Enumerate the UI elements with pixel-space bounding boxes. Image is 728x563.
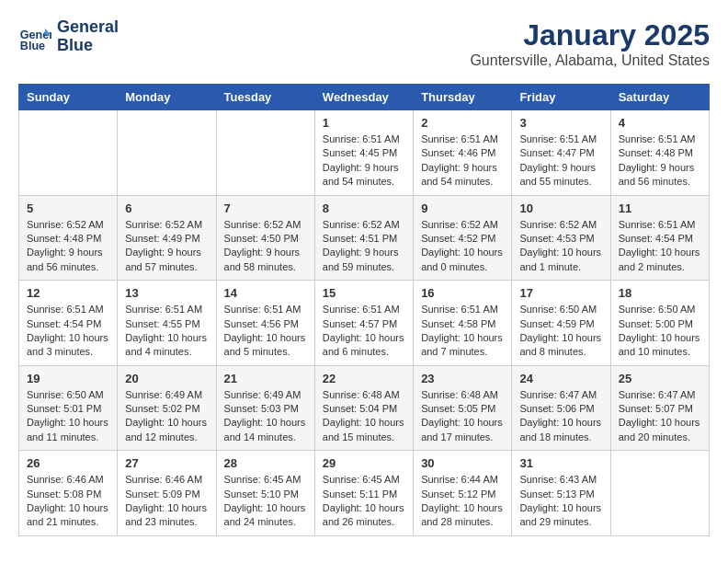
day-content: Sunrise: 6:52 AM Sunset: 4:48 PM Dayligh… — [27, 218, 109, 275]
day-number: 12 — [27, 286, 109, 300]
calendar-cell: 21Sunrise: 6:49 AM Sunset: 5:03 PM Dayli… — [216, 365, 314, 451]
day-number: 19 — [27, 372, 109, 385]
day-content: Sunrise: 6:46 AM Sunset: 5:08 PM Dayligh… — [27, 473, 109, 530]
day-content: Sunrise: 6:47 AM Sunset: 5:06 PM Dayligh… — [519, 388, 602, 445]
day-content: Sunrise: 6:51 AM Sunset: 4:54 PM Dayligh… — [619, 218, 701, 275]
calendar-cell: 20Sunrise: 6:49 AM Sunset: 5:02 PM Dayli… — [118, 365, 216, 451]
calendar-cell: 11Sunrise: 6:51 AM Sunset: 4:54 PM Dayli… — [610, 195, 709, 281]
logo-text: GeneralBlue — [57, 18, 119, 55]
day-number: 21 — [224, 372, 307, 385]
day-content: Sunrise: 6:52 AM Sunset: 4:50 PM Dayligh… — [224, 218, 307, 275]
day-number: 17 — [519, 286, 602, 300]
day-number: 27 — [125, 456, 208, 470]
day-number: 3 — [519, 116, 602, 130]
calendar-cell: 15Sunrise: 6:51 AM Sunset: 4:57 PM Dayli… — [314, 281, 413, 366]
calendar-cell: 22Sunrise: 6:48 AM Sunset: 5:04 PM Dayli… — [314, 365, 413, 451]
day-content: Sunrise: 6:43 AM Sunset: 5:13 PM Dayligh… — [519, 473, 602, 530]
day-content: Sunrise: 6:52 AM Sunset: 4:51 PM Dayligh… — [323, 218, 405, 275]
day-content: Sunrise: 6:51 AM Sunset: 4:56 PM Dayligh… — [224, 303, 307, 360]
page-subtitle: Guntersville, Alabama, United States — [470, 52, 710, 69]
calendar-day-header: Sunday — [19, 85, 118, 110]
day-content: Sunrise: 6:49 AM Sunset: 5:02 PM Dayligh… — [125, 388, 208, 445]
calendar-cell — [19, 110, 118, 196]
day-content: Sunrise: 6:50 AM Sunset: 4:59 PM Dayligh… — [519, 303, 602, 360]
day-number: 28 — [224, 456, 307, 470]
calendar-header-row: SundayMondayTuesdayWednesdayThursdayFrid… — [19, 85, 710, 110]
calendar-week-row: 1Sunrise: 6:51 AM Sunset: 4:45 PM Daylig… — [19, 110, 710, 196]
day-content: Sunrise: 6:51 AM Sunset: 4:57 PM Dayligh… — [323, 303, 405, 360]
calendar-day-header: Tuesday — [216, 85, 314, 110]
calendar-cell: 2Sunrise: 6:51 AM Sunset: 4:46 PM Daylig… — [414, 110, 512, 196]
day-number: 7 — [224, 201, 307, 215]
day-content: Sunrise: 6:51 AM Sunset: 4:48 PM Dayligh… — [619, 132, 701, 190]
day-number: 25 — [619, 372, 701, 385]
day-content: Sunrise: 6:52 AM Sunset: 4:53 PM Dayligh… — [519, 218, 602, 275]
calendar-cell: 28Sunrise: 6:45 AM Sunset: 5:10 PM Dayli… — [216, 451, 314, 536]
calendar-cell: 23Sunrise: 6:48 AM Sunset: 5:05 PM Dayli… — [414, 365, 512, 451]
day-content: Sunrise: 6:52 AM Sunset: 4:49 PM Dayligh… — [125, 218, 208, 275]
calendar-cell: 10Sunrise: 6:52 AM Sunset: 4:53 PM Dayli… — [512, 195, 610, 281]
calendar-day-header: Monday — [118, 85, 216, 110]
calendar-cell: 25Sunrise: 6:47 AM Sunset: 5:07 PM Dayli… — [610, 365, 709, 451]
calendar-cell: 30Sunrise: 6:44 AM Sunset: 5:12 PM Dayli… — [414, 451, 512, 536]
calendar-cell — [610, 451, 709, 536]
day-number: 8 — [323, 201, 405, 215]
page-header: General Blue GeneralBlue January 2025 Gu… — [18, 18, 710, 69]
day-number: 16 — [421, 286, 504, 300]
day-number: 2 — [421, 116, 504, 130]
calendar-table: SundayMondayTuesdayWednesdayThursdayFrid… — [18, 84, 710, 536]
page-title: January 2025 — [470, 18, 710, 52]
day-content: Sunrise: 6:46 AM Sunset: 5:09 PM Dayligh… — [125, 473, 208, 530]
day-content: Sunrise: 6:51 AM Sunset: 4:58 PM Dayligh… — [421, 303, 504, 360]
calendar-day-header: Wednesday — [314, 85, 413, 110]
day-content: Sunrise: 6:51 AM Sunset: 4:55 PM Dayligh… — [125, 303, 208, 360]
calendar-cell: 9Sunrise: 6:52 AM Sunset: 4:52 PM Daylig… — [414, 195, 512, 281]
day-number: 11 — [619, 201, 701, 215]
day-number: 10 — [519, 201, 602, 215]
calendar-cell: 12Sunrise: 6:51 AM Sunset: 4:54 PM Dayli… — [19, 281, 118, 366]
calendar-cell: 24Sunrise: 6:47 AM Sunset: 5:06 PM Dayli… — [512, 365, 610, 451]
day-number: 6 — [125, 201, 208, 215]
calendar-cell: 19Sunrise: 6:50 AM Sunset: 5:01 PM Dayli… — [19, 365, 118, 451]
day-number: 29 — [323, 456, 405, 470]
calendar-cell: 18Sunrise: 6:50 AM Sunset: 5:00 PM Dayli… — [610, 281, 709, 366]
day-number: 1 — [323, 116, 405, 130]
day-number: 4 — [619, 116, 701, 130]
day-content: Sunrise: 6:48 AM Sunset: 5:04 PM Dayligh… — [323, 388, 405, 445]
day-number: 18 — [619, 286, 701, 300]
day-content: Sunrise: 6:44 AM Sunset: 5:12 PM Dayligh… — [421, 473, 504, 530]
day-number: 23 — [421, 372, 504, 385]
day-content: Sunrise: 6:51 AM Sunset: 4:54 PM Dayligh… — [27, 303, 109, 360]
calendar-cell: 1Sunrise: 6:51 AM Sunset: 4:45 PM Daylig… — [314, 110, 413, 196]
calendar-cell: 14Sunrise: 6:51 AM Sunset: 4:56 PM Dayli… — [216, 281, 314, 366]
day-content: Sunrise: 6:50 AM Sunset: 5:00 PM Dayligh… — [619, 303, 701, 360]
calendar-week-row: 5Sunrise: 6:52 AM Sunset: 4:48 PM Daylig… — [19, 195, 710, 281]
day-content: Sunrise: 6:45 AM Sunset: 5:10 PM Dayligh… — [224, 473, 307, 530]
day-content: Sunrise: 6:50 AM Sunset: 5:01 PM Dayligh… — [27, 388, 109, 445]
calendar-cell: 3Sunrise: 6:51 AM Sunset: 4:47 PM Daylig… — [512, 110, 610, 196]
calendar-cell: 13Sunrise: 6:51 AM Sunset: 4:55 PM Dayli… — [118, 281, 216, 366]
calendar-week-row: 12Sunrise: 6:51 AM Sunset: 4:54 PM Dayli… — [19, 281, 710, 366]
calendar-day-header: Thursday — [414, 85, 512, 110]
day-content: Sunrise: 6:49 AM Sunset: 5:03 PM Dayligh… — [224, 388, 307, 445]
calendar-cell: 4Sunrise: 6:51 AM Sunset: 4:48 PM Daylig… — [610, 110, 709, 196]
calendar-cell: 31Sunrise: 6:43 AM Sunset: 5:13 PM Dayli… — [512, 451, 610, 536]
day-content: Sunrise: 6:51 AM Sunset: 4:47 PM Dayligh… — [519, 132, 602, 190]
calendar-day-header: Saturday — [610, 85, 709, 110]
day-number: 13 — [125, 286, 208, 300]
calendar-cell: 8Sunrise: 6:52 AM Sunset: 4:51 PM Daylig… — [314, 195, 413, 281]
calendar-week-row: 19Sunrise: 6:50 AM Sunset: 5:01 PM Dayli… — [19, 365, 710, 451]
calendar-cell: 6Sunrise: 6:52 AM Sunset: 4:49 PM Daylig… — [118, 195, 216, 281]
day-number: 14 — [224, 286, 307, 300]
calendar-cell: 5Sunrise: 6:52 AM Sunset: 4:48 PM Daylig… — [19, 195, 118, 281]
day-content: Sunrise: 6:47 AM Sunset: 5:07 PM Dayligh… — [619, 388, 701, 445]
day-number: 24 — [519, 372, 602, 385]
logo: General Blue GeneralBlue — [18, 18, 119, 55]
day-number: 5 — [27, 201, 109, 215]
day-number: 22 — [323, 372, 405, 385]
day-number: 20 — [125, 372, 208, 385]
day-content: Sunrise: 6:51 AM Sunset: 4:45 PM Dayligh… — [323, 132, 405, 190]
day-content: Sunrise: 6:48 AM Sunset: 5:05 PM Dayligh… — [421, 388, 504, 445]
calendar-cell: 29Sunrise: 6:45 AM Sunset: 5:11 PM Dayli… — [314, 451, 413, 536]
calendar-cell — [216, 110, 314, 196]
